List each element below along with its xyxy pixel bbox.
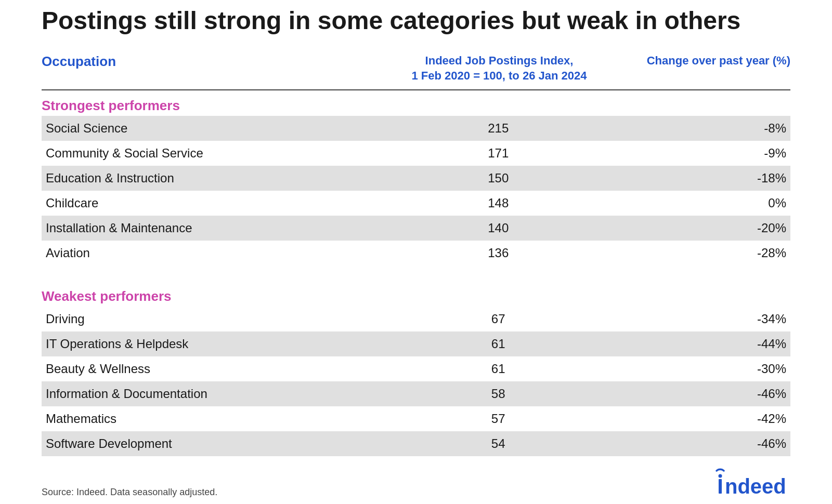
occupation-cell: Driving xyxy=(46,312,375,326)
index-column-header: Indeed Job Postings Index, 1 Feb 2020 = … xyxy=(374,54,624,83)
change-cell: -46% xyxy=(622,387,786,401)
table-row: Education & Instruction 150 -18% xyxy=(42,166,790,191)
table-row: Community & Social Service 171 -9% xyxy=(42,141,790,166)
change-cell: -42% xyxy=(622,412,786,426)
occupation-cell: Information & Documentation xyxy=(46,387,375,401)
data-table: Occupation Indeed Job Postings Index, 1 … xyxy=(42,50,790,456)
indeed-logo-svg: ndeed xyxy=(707,467,790,498)
strongest-rows: Social Science 215 -8% Community & Socia… xyxy=(42,116,790,266)
table-row: Driving 67 -34% xyxy=(42,307,790,331)
table-row: Mathematics 57 -42% xyxy=(42,406,790,431)
table-header: Occupation Indeed Job Postings Index, 1 … xyxy=(42,50,790,90)
index-cell: 54 xyxy=(375,436,622,451)
occupation-cell: Aviation xyxy=(46,246,375,260)
table-row: Beauty & Wellness 61 -30% xyxy=(42,356,790,381)
index-cell: 140 xyxy=(375,221,622,235)
strongest-performers-label: Strongest performers xyxy=(42,90,790,116)
change-cell: -46% xyxy=(622,436,786,451)
change-cell: -44% xyxy=(622,337,786,351)
table-row: Social Science 215 -8% xyxy=(42,116,790,141)
table-row: Aviation 136 -28% xyxy=(42,241,790,266)
change-cell: 0% xyxy=(622,196,786,210)
table-row: IT Operations & Helpdesk 61 -44% xyxy=(42,331,790,356)
weakest-performers-label: Weakest performers xyxy=(42,281,790,307)
index-cell: 57 xyxy=(375,412,622,426)
table-row: Software Development 54 -46% xyxy=(42,431,790,456)
footer: Source: Indeed. Data seasonally adjusted… xyxy=(42,467,790,498)
change-column-header: Change over past year (%) xyxy=(624,54,790,83)
svg-rect-1 xyxy=(719,479,722,494)
page-container: Postings still strong in some categories… xyxy=(21,0,811,504)
change-cell: -28% xyxy=(622,246,786,260)
index-cell: 148 xyxy=(375,196,622,210)
occupation-cell: Beauty & Wellness xyxy=(46,362,375,376)
occupation-cell: Childcare xyxy=(46,196,375,210)
svg-text:ndeed: ndeed xyxy=(725,475,786,498)
occupation-cell: Installation & Maintenance xyxy=(46,221,375,235)
index-cell: 136 xyxy=(375,246,622,260)
index-cell: 150 xyxy=(375,171,622,185)
index-cell: 215 xyxy=(375,121,622,136)
table-row: Installation & Maintenance 140 -20% xyxy=(42,216,790,241)
svg-point-0 xyxy=(719,474,722,478)
indeed-logo: ndeed xyxy=(707,467,790,498)
index-cell: 67 xyxy=(375,312,622,326)
index-cell: 61 xyxy=(375,337,622,351)
occupation-cell: Community & Social Service xyxy=(46,146,375,161)
change-cell: -20% xyxy=(622,221,786,235)
main-title: Postings still strong in some categories… xyxy=(42,6,790,35)
occupation-column-header: Occupation xyxy=(42,54,374,83)
change-cell: -8% xyxy=(622,121,786,136)
change-cell: -18% xyxy=(622,171,786,185)
change-cell: -9% xyxy=(622,146,786,161)
occupation-cell: Social Science xyxy=(46,121,375,136)
occupation-cell: Mathematics xyxy=(46,412,375,426)
occupation-cell: Software Development xyxy=(46,436,375,451)
index-cell: 171 xyxy=(375,146,622,161)
source-text: Source: Indeed. Data seasonally adjusted… xyxy=(42,487,217,498)
section-spacer xyxy=(42,266,790,281)
change-cell: -34% xyxy=(622,312,786,326)
index-cell: 61 xyxy=(375,362,622,376)
change-cell: -30% xyxy=(622,362,786,376)
weakest-rows: Driving 67 -34% IT Operations & Helpdesk… xyxy=(42,307,790,456)
index-cell: 58 xyxy=(375,387,622,401)
occupation-cell: Education & Instruction xyxy=(46,171,375,185)
occupation-cell: IT Operations & Helpdesk xyxy=(46,337,375,351)
table-row: Childcare 148 0% xyxy=(42,191,790,216)
table-row: Information & Documentation 58 -46% xyxy=(42,381,790,406)
